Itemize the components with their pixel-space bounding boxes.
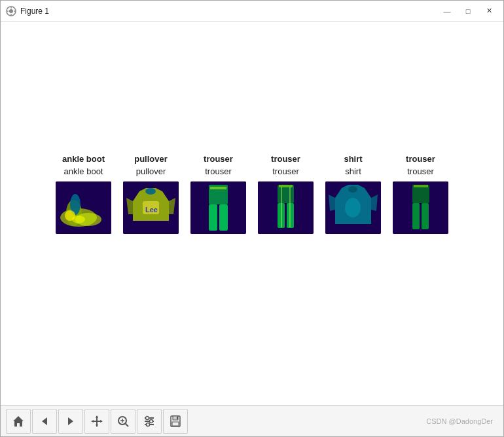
figure-container: ankle boot ankle boot [56,153,448,233]
item-trouser1: trouser trouser [190,153,246,233]
window-controls: — □ ✕ [438,5,498,18]
window-icon [6,6,16,16]
pullover-labels: pullover pullover [134,153,168,177]
settings-button[interactable] [137,409,162,434]
item-ankle-boot: ankle boot ankle boot [56,153,111,233]
shirt-labels: shirt shirt [344,153,362,177]
svg-rect-24 [210,187,226,189]
shirt-image [325,181,381,234]
pullover-label-top: pullover [134,153,168,165]
forward-button[interactable] [58,409,83,434]
main-window: Figure 1 — □ ✕ ankle boot ankle boot [0,0,504,437]
svg-rect-65 [177,417,178,419]
item-trouser2: trouser trouser [258,153,314,233]
pullover-image: Lee [123,181,179,234]
svg-point-17 [145,188,156,195]
item-trouser3: trouser trouser [393,153,448,233]
trouser3-label-bottom: trouser [406,166,435,178]
svg-rect-64 [172,422,179,426]
svg-point-61 [147,423,150,426]
trouser2-labels: trouser trouser [271,153,300,177]
save-button[interactable] [163,409,188,434]
trouser3-image [393,181,448,234]
svg-rect-42 [414,185,428,187]
trouser3-labels: trouser trouser [406,153,435,177]
trouser1-image [190,181,246,234]
trouser2-label-bottom: trouser [271,166,300,178]
ankle-boot-image [56,181,111,234]
trouser1-label-bottom: trouser [204,166,233,178]
back-button[interactable] [32,409,57,434]
svg-point-60 [150,419,153,423]
svg-point-12 [72,216,85,223]
svg-rect-40 [412,203,420,229]
svg-point-1 [9,9,13,13]
trouser2-image [258,181,314,234]
svg-point-37 [345,198,361,218]
svg-marker-49 [96,425,98,427]
pan-button[interactable] [84,409,109,434]
svg-rect-23 [219,204,228,231]
item-pullover: pullover pullover Lee [123,153,179,233]
ankle-boot-label-bottom: ankle boot [62,166,105,178]
svg-marker-48 [96,415,98,418]
window-title: Figure 1 [20,7,438,16]
shirt-label-top: shirt [344,153,362,165]
trouser3-label-top: trouser [406,153,435,165]
trouser1-label-top: trouser [204,153,233,165]
svg-text:Lee: Lee [145,206,158,214]
trouser2-label-top: trouser [271,153,300,165]
pullover-label-bottom: pullover [134,166,168,178]
svg-marker-43 [13,416,24,427]
shirt-label-bottom: shirt [344,166,362,178]
svg-marker-51 [100,420,103,423]
toolbar: CSDN @DadongDer [1,405,503,436]
svg-marker-45 [68,417,73,425]
content-area: ankle boot ankle boot [1,22,503,405]
minimize-button[interactable]: — [438,5,456,18]
svg-rect-22 [209,204,217,231]
svg-rect-39 [412,185,429,203]
maximize-button[interactable]: □ [459,5,477,18]
home-button[interactable] [6,409,31,434]
trouser1-labels: trouser trouser [204,153,233,177]
svg-point-59 [146,416,149,419]
ankle-boot-label-top: ankle boot [62,153,105,165]
svg-line-53 [126,423,129,427]
zoom-button[interactable] [111,409,135,434]
ankle-boot-labels: ankle boot ankle boot [62,153,105,177]
item-shirt: shirt shirt [325,153,381,233]
svg-rect-41 [422,203,429,229]
svg-marker-50 [91,420,94,423]
svg-point-36 [348,186,357,193]
close-button[interactable]: ✕ [480,5,498,18]
watermark: CSDN @DadongDer [426,417,493,425]
svg-rect-26 [278,185,294,203]
svg-marker-44 [42,417,47,425]
title-bar: Figure 1 — □ ✕ [1,1,503,22]
